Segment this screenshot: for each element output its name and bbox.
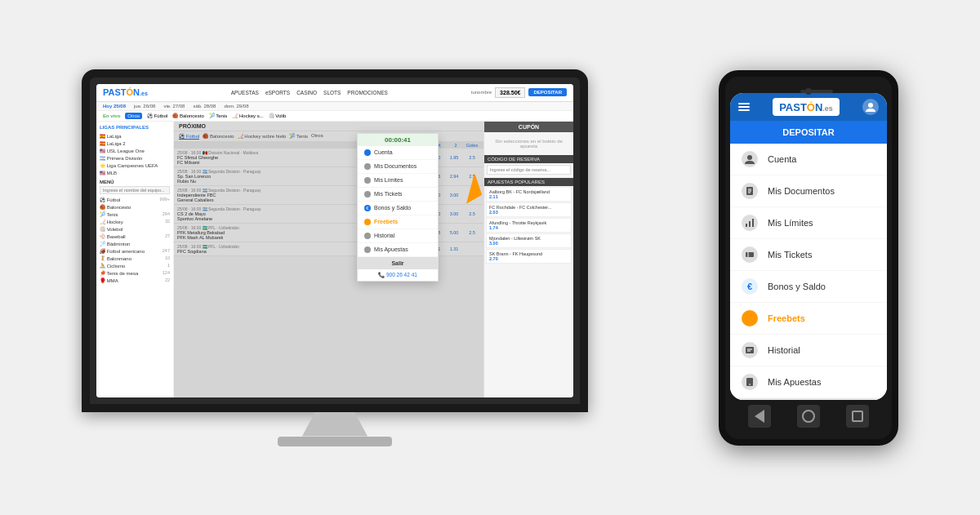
monitor-stand xyxy=(302,412,368,437)
sport-futbol[interactable]: ⚽ Fútbol xyxy=(147,113,167,118)
apuestas-populares-header: APUESTAS POPULARES xyxy=(484,178,573,186)
liga-primera[interactable]: 🇦🇷 Primera División xyxy=(100,154,170,162)
back-arrow-icon xyxy=(755,410,764,423)
dropdown-misapuestas[interactable]: Mis Apuestas xyxy=(358,243,438,257)
phone-navbar: PASTÓN.es xyxy=(730,93,887,121)
dropdown-salir-btn[interactable]: Salir xyxy=(358,257,438,269)
deposit-button[interactable]: DEPOSITAR xyxy=(528,88,567,96)
phone-menu-historial[interactable]: Historial xyxy=(730,335,887,366)
menu-tenis[interactable]: 🎾 Tenis294 xyxy=(100,211,170,218)
nav-apuestas[interactable]: APUESTAS xyxy=(231,90,259,95)
nav-casino[interactable]: CASINO xyxy=(296,90,317,95)
phone-menu-freebets[interactable]: Freebets xyxy=(730,303,887,335)
sport-tenis[interactable]: 🎾 Tenis xyxy=(209,113,228,118)
menu-balonmano[interactable]: 🤾 Balonmano10 xyxy=(100,255,170,262)
hamburger-menu-icon[interactable] xyxy=(738,103,750,111)
sport-hockey[interactable]: 🏒 Hockey s... xyxy=(232,113,263,118)
balance-display: 328.50€ xyxy=(495,87,525,98)
team-search-input[interactable] xyxy=(100,186,170,194)
popular-item[interactable]: FC Rochdale - FC Colchester... 2.03 xyxy=(486,202,572,217)
menu-hockey[interactable]: 🏒 Hockey32 xyxy=(100,218,170,225)
screen-content: PASTÓN.es APUESTAS eSPORTS CASINO SLOTS … xyxy=(96,84,573,397)
avatar-icon[interactable] xyxy=(862,99,879,115)
sport-tabs: En vivo Otros ⚽ Fútbol 🏀 Baloncesto 🎾 Te… xyxy=(96,111,573,122)
left-sidebar: LIGAS PRINCIPALES 🇪🇸 LaLiga 🇪🇸 LaLiga 2 … xyxy=(96,122,174,397)
menu-badminton[interactable]: 🏸 Bádminton xyxy=(100,240,170,247)
menu-ciclismo[interactable]: 🚴 Ciclismo1 xyxy=(100,262,170,269)
date-tab-jue[interactable]: jue. 26/08 xyxy=(134,104,155,109)
liga-laliga2[interactable]: 🇪🇸 LaLiga 2 xyxy=(100,140,170,147)
popular-item[interactable]: Afundling - Throtte Reykjavik 1.74 xyxy=(486,218,572,233)
date-tab-hoy[interactable]: Hoy 25/08 xyxy=(103,104,126,109)
sport-baloncesto[interactable]: 🏀 Baloncesto xyxy=(172,113,203,118)
menu-futbol[interactable]: ⚽ Fútbol999+ xyxy=(100,196,170,203)
phone-menu-label-tickets: Mis Tickets xyxy=(768,250,812,260)
history-icon xyxy=(364,233,371,239)
menu-baloncesto[interactable]: 🏀 Baloncesto xyxy=(100,203,170,211)
sport-volib[interactable]: 🏐 Volib xyxy=(269,113,287,118)
sport-otros[interactable]: Otros xyxy=(125,113,142,119)
svg-rect-8 xyxy=(752,219,754,227)
user-icon xyxy=(364,149,371,156)
codigo-input[interactable] xyxy=(487,165,571,175)
menu-volebol[interactable]: 🏐 Volebol xyxy=(100,225,170,233)
phone-menu-bonos[interactable]: € Bonos y Saldo xyxy=(730,271,887,303)
dropdown-tickets[interactable]: Mis Tickets xyxy=(358,188,438,202)
hamburger-line xyxy=(738,109,750,111)
phone-menu-limites[interactable]: Mis Límites xyxy=(730,207,887,239)
liga-laliga[interactable]: 🇪🇸 LaLiga xyxy=(100,132,170,140)
phone-menu-label-freebets: Freebets xyxy=(768,313,805,323)
monitor-body: PASTÓN.es APUESTAS eSPORTS CASINO SLOTS … xyxy=(82,69,588,412)
dropdown-label-cuenta: Cuenta xyxy=(374,149,393,155)
date-tab-dom[interactable]: dom. 29/08 xyxy=(224,104,248,109)
phone-menu-misapuestas[interactable]: Mis Apuestas xyxy=(730,366,887,398)
phone-history-icon xyxy=(742,342,758,358)
popular-item[interactable]: Aalborg BK - FC Nordsjælland 2.11 xyxy=(486,187,572,202)
dropdown-cuenta[interactable]: Cuenta xyxy=(358,146,438,160)
home-button[interactable] xyxy=(797,405,820,428)
date-tab-vie[interactable]: vie. 27/08 xyxy=(163,104,185,109)
menu-tenismesa[interactable]: 🏓 Tenis de mesa124 xyxy=(100,269,170,277)
dropdown-historial[interactable]: Historial xyxy=(358,229,438,243)
phone-menu-cuenta[interactable]: Cuenta xyxy=(730,144,887,175)
username-label: tunombre xyxy=(471,90,492,95)
dropdown-freebets[interactable]: Freebets xyxy=(358,215,438,229)
dropdown-label-misapuestas: Mis Apuestas xyxy=(374,246,408,252)
liga-usl[interactable]: 🇺🇸 USL League One xyxy=(100,147,170,154)
dropdown-limites[interactable]: Mis Límites xyxy=(358,174,438,188)
menu-mma[interactable]: 🥊 MMA22 xyxy=(100,277,170,284)
menu-baseball[interactable]: ⚾ Baseball27 xyxy=(100,233,170,240)
menu-americano[interactable]: 🏈 Fútbol americano247 xyxy=(100,247,170,255)
recent-apps-button[interactable] xyxy=(846,405,869,428)
phone-logo-text: PASTÓN.es xyxy=(779,101,833,113)
back-button[interactable] xyxy=(748,405,771,428)
phone-logo: PASTÓN.es xyxy=(773,98,840,116)
popular-item[interactable]: Mjondalen - Lillestrøm SK 3.00 xyxy=(486,233,572,248)
phone-menu-documentos[interactable]: Mis Documentos xyxy=(730,175,887,207)
sport-enlivo[interactable]: En vivo xyxy=(103,113,120,118)
dropdown-label-tickets: Mis Tickets xyxy=(374,191,403,197)
popular-item[interactable]: SK Brann - FK Haugesund 2.70 xyxy=(486,249,572,264)
dropdown-label-freebets: Freebets xyxy=(374,219,398,224)
phone-euro-icon: € xyxy=(742,278,758,295)
svg-rect-11 xyxy=(746,347,754,353)
phone-deposit-button[interactable]: DEPOSITAR xyxy=(730,121,887,144)
svg-rect-6 xyxy=(746,224,747,227)
liga-champions[interactable]: ⭐ Liga Campeones UEFA xyxy=(100,162,170,169)
dropdown-bonos[interactable]: € Bonos y Saldo xyxy=(358,202,438,215)
cupon-empty-msg: Sin selecciones en el boleto de apuesta xyxy=(484,132,573,155)
cupon-title: CUPÓN xyxy=(484,122,573,132)
svg-rect-7 xyxy=(749,221,751,227)
phone-freebets-icon xyxy=(742,310,758,326)
nav-slots[interactable]: SLOTS xyxy=(323,90,341,95)
date-tab-sab[interactable]: sáb. 28/08 xyxy=(193,104,216,109)
svg-point-1 xyxy=(747,155,752,160)
liga-mlb[interactable]: 🇺🇸 MLB xyxy=(100,169,170,176)
dropdown-documentos[interactable]: Mis Documentos xyxy=(358,160,438,174)
phone-menu-tickets[interactable]: Mis Tickets xyxy=(730,239,887,271)
phone-menu-label-limites: Mis Límites xyxy=(768,218,813,228)
nav-esports[interactable]: eSPORTS xyxy=(265,90,290,95)
nav-promociones[interactable]: PROMOCIONES xyxy=(347,90,387,95)
dropdown-label-historial: Historial xyxy=(374,233,394,238)
phone-user-icon xyxy=(742,151,758,167)
